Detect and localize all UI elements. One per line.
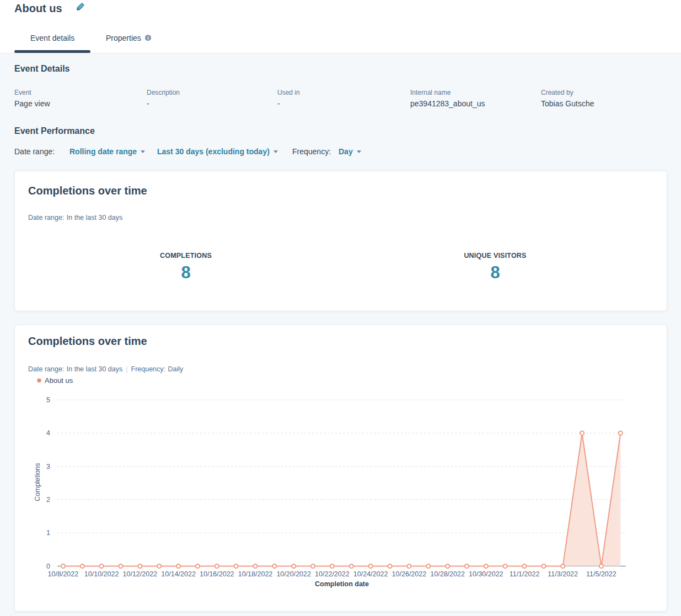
svg-text:2: 2 (46, 496, 50, 504)
svg-text:10/16/2022: 10/16/2022 (200, 570, 234, 578)
svg-text:3: 3 (46, 463, 50, 471)
svg-text:10/8/2022: 10/8/2022 (48, 570, 79, 578)
svg-text:4: 4 (46, 429, 50, 437)
svg-text:10/12/2022: 10/12/2022 (123, 570, 158, 578)
svg-text:10/10/2022: 10/10/2022 (84, 570, 119, 578)
svg-text:11/3/2022: 11/3/2022 (548, 570, 578, 578)
svg-text:Completion date: Completion date (315, 580, 369, 588)
svg-text:0: 0 (46, 563, 50, 570)
svg-text:5: 5 (46, 396, 50, 404)
svg-text:1: 1 (46, 529, 50, 537)
svg-text:About us: About us (45, 376, 73, 385)
svg-text:10/22/2022: 10/22/2022 (315, 570, 350, 578)
svg-text:10/14/2022: 10/14/2022 (161, 570, 196, 578)
svg-text:10/24/2022: 10/24/2022 (353, 570, 388, 578)
svg-text:10/26/2022: 10/26/2022 (392, 570, 427, 578)
svg-text:11/5/2022: 11/5/2022 (586, 570, 616, 578)
svg-text:Completions: Completions (34, 463, 41, 501)
svg-text:10/18/2022: 10/18/2022 (238, 570, 273, 578)
svg-text:10/30/2022: 10/30/2022 (469, 570, 503, 578)
svg-text:11/1/2022: 11/1/2022 (510, 570, 540, 578)
svg-text:10/20/2022: 10/20/2022 (276, 570, 311, 578)
svg-text:10/28/2022: 10/28/2022 (430, 570, 465, 578)
